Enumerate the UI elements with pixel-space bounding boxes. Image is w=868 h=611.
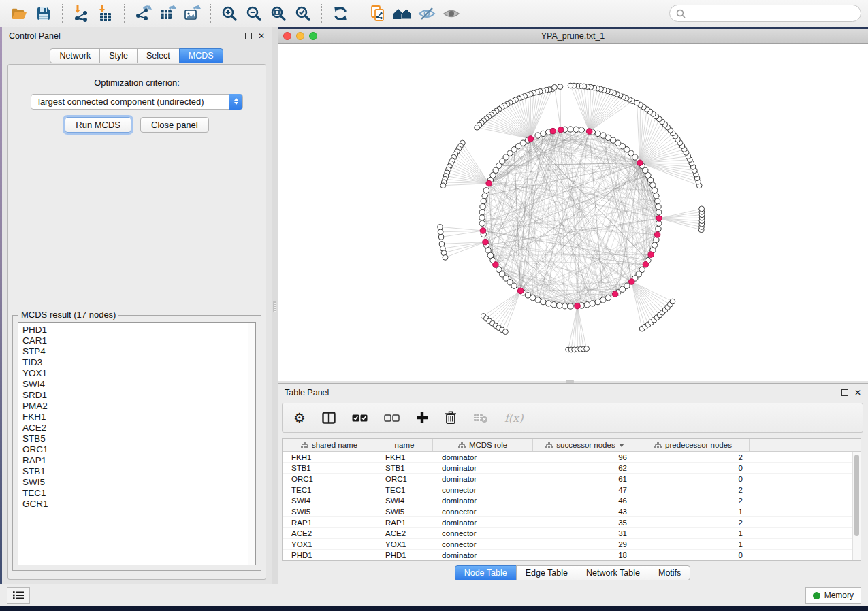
network-window: YPA_prune.txt_1 (278, 29, 868, 381)
zoom-in-button[interactable] (217, 3, 242, 24)
memory-button[interactable]: Memory (805, 587, 861, 604)
import-table-button[interactable] (93, 3, 118, 24)
table-row[interactable]: YOX1YOX1connector291 (283, 539, 861, 550)
deselect-all-rows-button[interactable] (384, 414, 400, 422)
mcds-node-item[interactable]: ORC1 (22, 444, 255, 455)
close-panel-icon[interactable]: ✕ (854, 389, 861, 396)
column-namespace-icon (301, 442, 308, 448)
table-scrollbar[interactable] (852, 452, 861, 560)
table-options-button[interactable]: ⚙ (293, 411, 306, 425)
mcds-node-item[interactable]: RAP1 (22, 455, 255, 466)
mcds-node-item[interactable]: PHD1 (22, 325, 255, 335)
search-input[interactable] (689, 9, 854, 18)
float-panel-icon[interactable] (245, 33, 252, 39)
task-history-button[interactable] (7, 587, 30, 604)
table-row[interactable]: STB1STB1dominator620 (283, 463, 861, 474)
table-toolbar: ⚙ (282, 403, 863, 433)
table-cell: 2 (637, 484, 750, 495)
search-box[interactable] (669, 5, 861, 22)
table-row[interactable]: PHD1PHD1dominator180 (283, 550, 861, 561)
table-row[interactable]: ACE2ACE2connector311 (283, 528, 861, 539)
mcds-node-item[interactable]: PMA2 (22, 401, 255, 412)
tab-mcds[interactable]: MCDS (179, 48, 223, 63)
first-neighbors-button[interactable] (390, 3, 415, 24)
table-row[interactable]: ORC1ORC1dominator610 (283, 474, 861, 484)
criterion-value: largest connected component (undirected) (31, 97, 204, 107)
mcds-node-item[interactable]: SWI4 (22, 379, 255, 390)
select-all-rows-button[interactable] (352, 414, 368, 422)
function-builder-button-disabled: f(x) (504, 412, 523, 425)
column-header-predecessor-nodes[interactable]: predecessor nodes (637, 439, 750, 451)
mcds-node-item[interactable]: YOX1 (22, 368, 255, 379)
table-row[interactable]: FKH1FKH1dominator962 (283, 452, 861, 463)
table-cell: 29 (533, 539, 637, 549)
open-session-button[interactable] (7, 3, 31, 24)
close-panel-icon[interactable]: ✕ (258, 33, 265, 39)
vertical-splitter[interactable] (272, 27, 278, 584)
float-panel-icon[interactable] (841, 389, 848, 396)
delete-columns-button[interactable] (445, 411, 457, 425)
table-cell: 2 (637, 452, 750, 462)
mcds-result-title: MCDS result (17 nodes) (18, 310, 118, 320)
mcds-node-item[interactable]: SRD1 (22, 390, 255, 401)
column-header-successor-nodes[interactable]: successor nodes (533, 439, 637, 451)
export-image-button[interactable] (180, 3, 204, 24)
splitter-grip[interactable] (273, 301, 276, 312)
table-row[interactable]: TEC1TEC1connector472 (283, 484, 861, 495)
export-table-button[interactable] (155, 3, 180, 24)
table-row[interactable]: RAP1RAP1dominator352 (283, 517, 861, 528)
zoom-out-button[interactable] (242, 3, 266, 24)
run-mcds-button[interactable]: Run MCDS (65, 117, 131, 133)
mcds-result-list[interactable]: PHD1CAR1STP4TID3YOX1SWI4SRD1PMA2FKH1ACE2… (18, 322, 256, 565)
mcds-node-item[interactable]: TEC1 (22, 488, 255, 499)
mcds-node-item[interactable]: CAR1 (22, 335, 255, 346)
gear-icon: ⚙ (293, 411, 306, 425)
network-canvas[interactable] (278, 44, 867, 380)
zoom-fit-button[interactable] (266, 3, 291, 24)
close-panel-button[interactable]: Close panel (140, 117, 209, 133)
column-header-shared-name[interactable]: shared name (283, 439, 376, 451)
table-cell: ACE2 (283, 528, 376, 538)
tab-motifs[interactable]: Motifs (649, 565, 690, 580)
eye-icon (442, 5, 461, 22)
mcds-node-item[interactable]: STB5 (22, 433, 255, 444)
mcds-node-item[interactable]: GCR1 (22, 499, 255, 510)
mcds-node-item[interactable]: TID3 (22, 357, 255, 368)
mcds-list-scrollbar[interactable] (248, 323, 255, 565)
show-all-button[interactable] (439, 3, 464, 24)
refresh-layout-button[interactable] (328, 3, 353, 24)
scrollbar-thumb[interactable] (854, 455, 859, 536)
table-row[interactable]: SWI5SWI5connector431 (283, 506, 861, 517)
table-cell: dominator (433, 495, 533, 506)
export-network-button[interactable] (131, 3, 155, 24)
zoom-selected-button[interactable] (291, 3, 315, 24)
show-columns-button[interactable] (322, 412, 336, 424)
table-row[interactable]: SWI4SWI4dominator462 (283, 495, 861, 506)
table-cell: connector (433, 539, 533, 549)
mcds-node-item[interactable]: FKH1 (22, 412, 255, 423)
mcds-node-item[interactable]: STP4 (22, 346, 255, 357)
column-header-name[interactable]: name (376, 439, 433, 451)
hide-selected-button[interactable] (415, 3, 439, 24)
import-network-button[interactable] (69, 3, 93, 24)
mcds-node-item[interactable]: STB1 (22, 466, 255, 477)
tab-network[interactable]: Network (50, 48, 100, 63)
tab-select[interactable]: Select (137, 48, 180, 63)
mcds-node-item[interactable]: SWI5 (22, 477, 255, 488)
network-window-titlebar[interactable]: YPA_prune.txt_1 (278, 29, 868, 44)
column-label: successor nodes (556, 441, 615, 449)
mcds-node-item[interactable]: ACE2 (22, 423, 255, 433)
save-session-button[interactable] (31, 3, 56, 24)
main-toolbar (0, 0, 868, 27)
tab-edge-table[interactable]: Edge Table (516, 565, 577, 580)
tab-node-table[interactable]: Node Table (455, 565, 517, 580)
create-column-button[interactable] (416, 412, 428, 424)
column-header-MCDS-role[interactable]: MCDS role (433, 439, 533, 451)
criterion-dropdown[interactable]: largest connected component (undirected) (31, 94, 243, 110)
table-cell: SWI4 (283, 495, 376, 506)
import-table-icon (97, 5, 114, 22)
tab-network-table[interactable]: Network Table (577, 565, 649, 580)
clone-network-button[interactable] (366, 3, 390, 24)
tab-style[interactable]: Style (99, 48, 138, 63)
network-graph[interactable] (278, 44, 867, 380)
